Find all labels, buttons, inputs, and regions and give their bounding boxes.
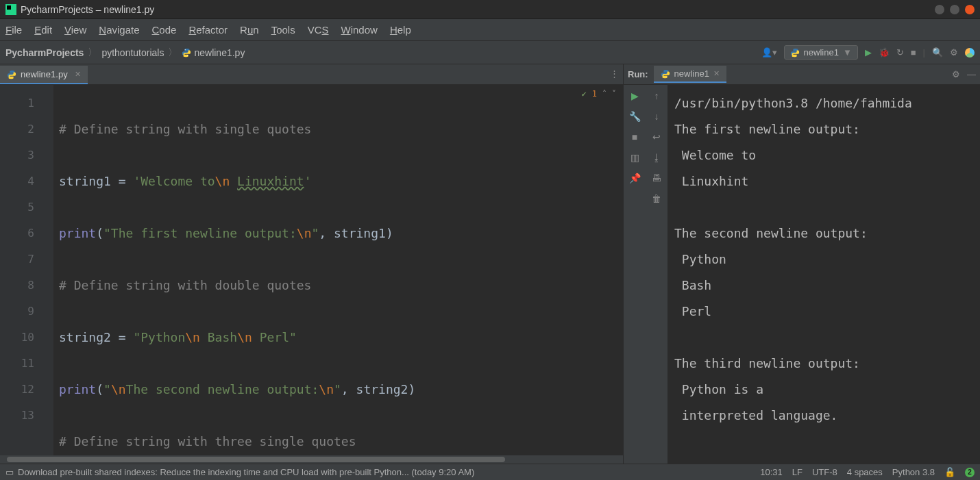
wrench-icon[interactable]: 🔧 xyxy=(629,111,641,122)
run-toolbar-left: ▶ 🔧 ■ ▥ 📌 xyxy=(624,85,646,464)
titlebar: PycharmProjects – newline1.py xyxy=(0,0,980,19)
menu-file[interactable]: File xyxy=(5,24,22,36)
menu-help[interactable]: Help xyxy=(390,24,411,36)
user-add-icon[interactable]: 👤▾ xyxy=(761,47,777,58)
scroll-end-icon[interactable]: ⭳ xyxy=(652,152,661,163)
pin-icon[interactable]: 📌 xyxy=(629,173,641,184)
status-message[interactable]: Download pre-built shared indexes: Reduc… xyxy=(18,467,474,477)
chevron-down-icon[interactable]: ˅ xyxy=(612,89,616,99)
code-editor[interactable]: 12345678910111213 # Define string with s… xyxy=(0,85,623,455)
run-config-selector[interactable]: newline1 ▼ xyxy=(784,45,858,60)
chevron-right-icon: 〉 xyxy=(88,47,97,59)
menu-run[interactable]: Run xyxy=(240,24,259,36)
status-badge[interactable]: 2 xyxy=(965,468,975,477)
check-icon: ✔ xyxy=(582,89,587,99)
editor-inspections[interactable]: ✔ 1 ˄ ˅ xyxy=(582,89,616,99)
close-icon[interactable]: ✕ xyxy=(713,69,720,78)
run-toolbar-right: ↑ ↓ ↩ ⭳ 🖶 🗑 xyxy=(646,85,667,464)
svg-rect-1 xyxy=(7,5,11,10)
trash-icon[interactable]: 🗑 xyxy=(652,193,661,204)
chevron-right-icon: 〉 xyxy=(168,47,177,59)
status-line-sep[interactable]: LF xyxy=(792,467,803,477)
debug-icon[interactable]: 🐞 xyxy=(879,47,890,58)
stop-icon[interactable]: ■ xyxy=(632,131,637,142)
menu-code[interactable]: Code xyxy=(152,24,177,36)
status-indent[interactable]: 4 spaces xyxy=(847,467,883,477)
gutter: 12345678910111213 xyxy=(0,85,53,455)
layout-icon[interactable]: ▥ xyxy=(630,152,639,163)
python-icon xyxy=(790,48,800,58)
print-icon[interactable]: 🖶 xyxy=(652,173,661,184)
console-output[interactable]: /usr/bin/python3.8 /home/fahmida The fir… xyxy=(667,85,980,464)
gear-icon[interactable]: ⚙ xyxy=(952,69,960,79)
menu-refactor[interactable]: Refactor xyxy=(188,24,228,36)
breadcrumb-file[interactable]: newline1.py xyxy=(194,47,245,58)
chevron-up-icon[interactable]: ˄ xyxy=(602,89,607,99)
run-tab-label: newline1 xyxy=(674,68,709,79)
run-tab[interactable]: newline1 ✕ xyxy=(654,66,726,83)
editor-tabs: newline1.py ✕ ⋮ xyxy=(0,64,623,85)
rerun-icon[interactable]: ▶ xyxy=(631,90,639,101)
status-cursor-pos[interactable]: 10:31 xyxy=(760,467,783,477)
editor-tab-active[interactable]: newline1.py ✕ xyxy=(0,66,88,84)
breadcrumb-root[interactable]: PycharmProjects xyxy=(5,47,84,58)
menu-edit[interactable]: Edit xyxy=(34,24,52,36)
window-close-icon[interactable] xyxy=(965,5,975,14)
tab-label: newline1.py xyxy=(21,69,68,79)
status-bar: ▭ Download pre-built shared indexes: Red… xyxy=(0,464,980,480)
editor-h-scrollbar[interactable] xyxy=(0,455,623,464)
window-title: PycharmProjects – newline1.py xyxy=(21,4,154,15)
menu-vcs[interactable]: VCS xyxy=(308,24,329,36)
stop-icon[interactable]: ■ xyxy=(911,47,916,58)
menu-navigate[interactable]: Navigate xyxy=(99,24,139,36)
search-icon[interactable]: 🔍 xyxy=(932,47,943,58)
more-icon[interactable]: ⋮ xyxy=(610,68,619,79)
status-interpreter[interactable]: Python 3.8 xyxy=(892,467,935,477)
hide-icon[interactable]: — xyxy=(967,69,976,79)
up-arrow-icon[interactable]: ↑ xyxy=(654,90,659,101)
pycharm-logo-icon xyxy=(5,4,16,15)
soft-wrap-icon[interactable]: ↩ xyxy=(652,131,661,142)
run-panel-header: Run: newline1 ✕ ⚙ — xyxy=(624,64,980,85)
down-arrow-icon[interactable]: ↓ xyxy=(654,111,659,122)
message-icon[interactable]: ▭ xyxy=(5,467,14,477)
breadcrumb-folder[interactable]: pythontutorials xyxy=(101,47,164,58)
run-icon[interactable]: ▶ xyxy=(865,47,872,58)
svg-point-3 xyxy=(188,55,188,55)
breadcrumb: PycharmProjects 〉 pythontutorials 〉 newl… xyxy=(5,47,245,59)
lock-icon[interactable]: 🔓 xyxy=(944,467,955,477)
ide-brand-icon[interactable] xyxy=(965,48,975,58)
menu-bar: File Edit View Navigate Code Refactor Ru… xyxy=(0,19,980,41)
window-minimize-icon[interactable] xyxy=(935,5,944,14)
coverage-icon[interactable]: ↻ xyxy=(896,47,904,58)
menu-window[interactable]: Window xyxy=(341,24,378,36)
menu-tools[interactable]: Tools xyxy=(271,24,295,36)
python-file-icon xyxy=(182,48,191,58)
code-area[interactable]: # Define string with single quotes strin… xyxy=(53,85,623,455)
chevron-down-icon: ▼ xyxy=(843,47,852,58)
settings-icon[interactable]: ⚙ xyxy=(950,47,958,58)
python-file-icon xyxy=(7,70,16,79)
window-maximize-icon[interactable] xyxy=(950,5,959,14)
run-panel-label: Run: xyxy=(628,69,648,79)
nav-row: PycharmProjects 〉 pythontutorials 〉 newl… xyxy=(0,41,980,64)
menu-view[interactable]: View xyxy=(64,24,86,36)
svg-point-2 xyxy=(185,49,186,50)
run-config-label: newline1 xyxy=(804,47,839,58)
warning-count: 1 xyxy=(592,89,597,99)
close-icon[interactable]: ✕ xyxy=(75,70,81,79)
python-icon xyxy=(661,69,670,79)
status-encoding[interactable]: UTF-8 xyxy=(812,467,837,477)
